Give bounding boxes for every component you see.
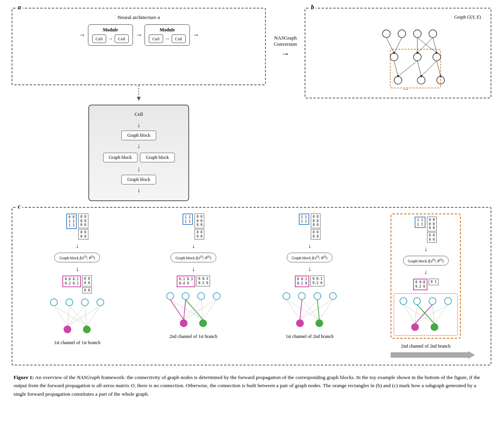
svg-line-64	[286, 300, 319, 320]
down-arr-5: ↓	[308, 243, 311, 250]
svg-point-39	[167, 293, 174, 300]
svg-line-34	[67, 306, 100, 326]
svg-line-36	[69, 306, 87, 326]
module-label-1: Module	[103, 27, 118, 33]
down-arr-6: ↓	[308, 265, 311, 272]
svg-line-19	[394, 61, 398, 76]
graph-block-mid-right: Graph block	[140, 153, 175, 162]
down-arr-3: ↓	[192, 243, 195, 250]
svg-point-9	[433, 53, 441, 61]
output-matrix-pink-1: 0.6 0.10.2 0.1	[62, 276, 81, 287]
svg-line-50	[170, 300, 203, 320]
output-matrices-1: 0.6 0.10.2 0.1 0 00 0 0 0	[62, 276, 92, 293]
svg-line-23	[437, 61, 441, 76]
module-label-2: Module	[160, 27, 175, 33]
cells-row-2: Cell → Cell	[149, 34, 186, 43]
svg-point-70	[444, 298, 451, 305]
panel-b: b Graph G(V, E)	[305, 8, 491, 98]
graph-nodes-highlight	[394, 293, 458, 336]
caption-label: Figure 1:	[14, 374, 34, 380]
channel-col-2: 1 11 1 0 00 00 0 0 00 0 ↓ Graph block f(…	[136, 214, 251, 339]
output-matrix-b1: 0 0	[82, 287, 92, 294]
cell-detail-label: Cell	[134, 111, 143, 117]
down-arr-4: ↓	[192, 265, 195, 272]
down-arrow-4: ↓	[137, 186, 141, 194]
cell-box-1: Cell	[92, 34, 106, 43]
output-matrix-pink-4: 0 0.80.2 0	[413, 279, 428, 290]
svg-point-25	[50, 299, 57, 306]
svg-line-18	[417, 38, 433, 53]
svg-line-47	[186, 300, 203, 320]
svg-line-22	[421, 61, 437, 76]
svg-point-29	[64, 326, 71, 333]
svg-point-5	[413, 30, 421, 38]
svg-line-20	[398, 61, 417, 76]
panel-c-inner: 0 01 11 1 0 00 00 0 0 00 0 ↓ Graph block…	[20, 214, 483, 349]
graph-nodes-svg-1	[46, 296, 108, 335]
graph-nodes-svg-3	[279, 290, 341, 329]
input-matrix-blue-2: 1 11 1	[183, 214, 193, 225]
svg-point-42	[213, 293, 220, 300]
down-arrow-3: ↓	[137, 165, 141, 173]
svg-line-45	[170, 300, 184, 320]
module-box-2: Module Cell → Cell	[145, 24, 190, 46]
svg-line-79	[432, 305, 434, 324]
caption-o: O	[131, 383, 134, 388]
cells-row-1: Cell → Cell	[92, 34, 129, 43]
svg-point-71	[412, 324, 419, 331]
down-arrow-1: ↓	[137, 121, 141, 129]
input-matrices-2: 1 11 1 0 00 00 0 0 00 0	[183, 214, 205, 240]
output-matrix-a4: 0 1	[429, 279, 438, 285]
svg-line-61	[286, 300, 300, 320]
svg-line-38	[87, 306, 100, 326]
svg-point-40	[182, 293, 189, 300]
svg-point-6	[429, 30, 437, 38]
graph-block-fn-2: Graph block f(x(l); θ(l))	[171, 253, 216, 262]
panel-b-label: b	[309, 4, 315, 11]
svg-text:...: ...	[403, 84, 408, 91]
svg-point-8	[413, 53, 421, 61]
arrow-body	[391, 352, 468, 358]
svg-line-46	[184, 300, 186, 320]
graph-block-mid-left: Graph block	[103, 153, 138, 162]
highlighted-box: 1 11 1 0 00 00 0 0 00 0 ↓ Graph block f(…	[391, 214, 461, 339]
panel-a: a Neural architecture a → Module Cell →	[12, 8, 266, 85]
svg-point-43	[180, 320, 187, 327]
progress-arrow	[391, 351, 475, 359]
output-matrix-a3: 0 0.10.2 0	[310, 276, 324, 286]
svg-point-53	[283, 293, 290, 300]
svg-point-11	[417, 76, 425, 84]
svg-point-69	[429, 298, 436, 305]
graph-nodes-svg-2	[162, 290, 224, 329]
svg-line-21	[417, 61, 421, 76]
svg-line-65	[302, 300, 319, 320]
panel-a-title: Neural architecture a	[20, 14, 257, 21]
input-matrices-3: 1 11 1 0 00 00 0 0 00 0	[299, 214, 321, 240]
input-matrix-a1: 0 00 00 0	[78, 214, 88, 228]
svg-point-7	[390, 53, 398, 61]
arrow-head	[468, 351, 475, 359]
graph-block-fn-1: Graph block f(x(l); θ(l))	[54, 253, 100, 262]
module-box-1: Module Cell → Cell	[88, 24, 133, 46]
svg-point-58	[316, 320, 323, 327]
graph-block-top: Graph block	[121, 131, 156, 140]
svg-line-14	[394, 38, 402, 53]
input-matrix-b4: 0 00 0	[427, 232, 437, 243]
svg-point-3	[382, 30, 390, 38]
input-matrix-blue-4: 1 11 1	[415, 217, 425, 228]
neural-arch: → Module Cell → Cell →	[20, 24, 257, 46]
svg-line-76	[415, 305, 417, 324]
svg-point-54	[298, 293, 305, 300]
connector-svg-a	[100, 85, 177, 101]
down-arr-7: ↓	[424, 246, 427, 253]
conversion-text: NASGraphConversion	[274, 35, 297, 47]
svg-line-80	[434, 305, 448, 324]
cell-box-2: Cell	[115, 34, 129, 43]
svg-line-33	[67, 306, 85, 326]
svg-point-72	[431, 324, 438, 331]
output-matrix-a2: 0 0.30.2 0	[196, 276, 210, 286]
input-matrix-a2: 0 00 00 0	[195, 214, 204, 228]
channel-label-4: 2nd channel of 2nd branch	[401, 343, 451, 349]
channel-label-1: 1st channel of 1st branch	[54, 340, 100, 346]
svg-point-28	[97, 299, 104, 306]
